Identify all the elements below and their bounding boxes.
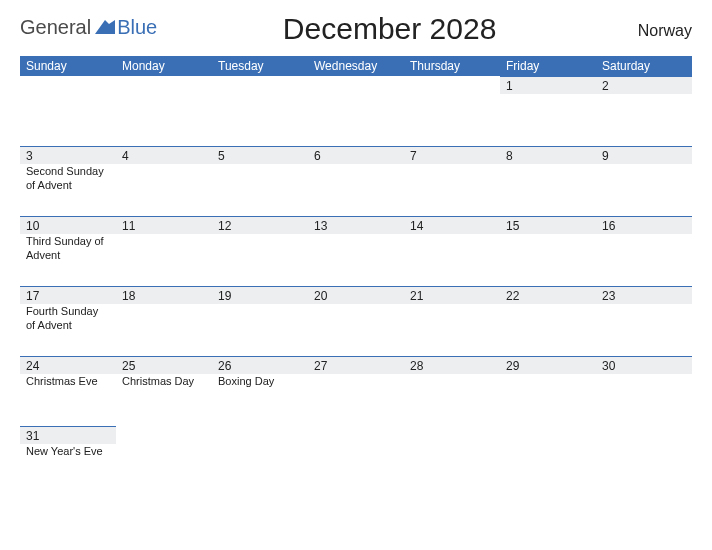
date-number	[404, 426, 500, 444]
day-cell	[308, 76, 404, 146]
weeks-container: 123Second Sunday of Advent45678910Third …	[20, 76, 692, 496]
date-number: 15	[500, 216, 596, 234]
day-header: Wednesday	[308, 56, 404, 76]
event-label: Boxing Day	[212, 374, 308, 390]
header: General Blue December 2028 Norway	[20, 12, 692, 46]
day-cell: 3Second Sunday of Advent	[20, 146, 116, 216]
date-number: 8	[500, 146, 596, 164]
week-row: 17Fourth Sunday of Advent181920212223	[20, 286, 692, 356]
date-number: 17	[20, 286, 116, 304]
day-cell	[500, 426, 596, 496]
date-number: 28	[404, 356, 500, 374]
event-label: Christmas Day	[116, 374, 212, 390]
date-number	[212, 426, 308, 444]
day-header: Sunday	[20, 56, 116, 76]
date-number: 9	[596, 146, 692, 164]
date-number	[116, 426, 212, 444]
date-number: 12	[212, 216, 308, 234]
date-number: 20	[308, 286, 404, 304]
day-cell: 10Third Sunday of Advent	[20, 216, 116, 286]
day-header: Monday	[116, 56, 212, 76]
day-cell	[404, 426, 500, 496]
event-label: Third Sunday of Advent	[20, 234, 116, 264]
date-number: 19	[212, 286, 308, 304]
date-number: 14	[404, 216, 500, 234]
day-cell: 4	[116, 146, 212, 216]
day-cell: 17Fourth Sunday of Advent	[20, 286, 116, 356]
day-cell: 11	[116, 216, 212, 286]
date-number: 6	[308, 146, 404, 164]
date-number: 4	[116, 146, 212, 164]
day-cell: 2	[596, 76, 692, 146]
date-number	[308, 76, 404, 94]
day-cell	[116, 426, 212, 496]
day-cell: 8	[500, 146, 596, 216]
date-number: 5	[212, 146, 308, 164]
day-cell: 29	[500, 356, 596, 426]
day-cell: 21	[404, 286, 500, 356]
day-cell: 15	[500, 216, 596, 286]
day-cell	[308, 426, 404, 496]
date-number: 29	[500, 356, 596, 374]
page-title: December 2028	[157, 12, 622, 46]
date-number	[20, 76, 116, 94]
day-cell: 16	[596, 216, 692, 286]
date-number	[116, 76, 212, 94]
day-cell: 14	[404, 216, 500, 286]
day-cell: 30	[596, 356, 692, 426]
day-header: Thursday	[404, 56, 500, 76]
date-number: 23	[596, 286, 692, 304]
day-cell: 1	[500, 76, 596, 146]
day-cell: 18	[116, 286, 212, 356]
event-label: Fourth Sunday of Advent	[20, 304, 116, 334]
event-label: Christmas Eve	[20, 374, 116, 390]
day-cell: 23	[596, 286, 692, 356]
day-cell: 5	[212, 146, 308, 216]
day-cell	[212, 76, 308, 146]
day-cell	[596, 426, 692, 496]
country-label: Norway	[622, 12, 692, 40]
date-number: 16	[596, 216, 692, 234]
day-cell: 13	[308, 216, 404, 286]
week-row: 3Second Sunday of Advent456789	[20, 146, 692, 216]
event-label: Second Sunday of Advent	[20, 164, 116, 194]
date-number: 10	[20, 216, 116, 234]
week-row: 10Third Sunday of Advent111213141516	[20, 216, 692, 286]
day-cell: 6	[308, 146, 404, 216]
date-number: 13	[308, 216, 404, 234]
day-cell	[404, 76, 500, 146]
day-cell: 25Christmas Day	[116, 356, 212, 426]
date-number	[212, 76, 308, 94]
day-cell: 27	[308, 356, 404, 426]
day-cell: 24Christmas Eve	[20, 356, 116, 426]
day-cell: 9	[596, 146, 692, 216]
date-number: 11	[116, 216, 212, 234]
date-number: 24	[20, 356, 116, 374]
date-number: 27	[308, 356, 404, 374]
date-number	[404, 76, 500, 94]
day-cell	[20, 76, 116, 146]
date-number: 31	[20, 426, 116, 444]
date-number: 3	[20, 146, 116, 164]
date-number: 21	[404, 286, 500, 304]
date-number	[596, 426, 692, 444]
calendar: Sunday Monday Tuesday Wednesday Thursday…	[20, 56, 692, 496]
brand-swoosh-icon	[95, 20, 115, 36]
day-cell: 31New Year's Eve	[20, 426, 116, 496]
date-number: 26	[212, 356, 308, 374]
date-number: 25	[116, 356, 212, 374]
day-cell: 20	[308, 286, 404, 356]
day-cell: 22	[500, 286, 596, 356]
day-cell	[116, 76, 212, 146]
date-number	[500, 426, 596, 444]
week-row: 12	[20, 76, 692, 146]
date-number: 30	[596, 356, 692, 374]
date-number: 7	[404, 146, 500, 164]
brand-logo: General Blue	[20, 12, 157, 39]
date-number: 18	[116, 286, 212, 304]
day-cell: 12	[212, 216, 308, 286]
day-header: Tuesday	[212, 56, 308, 76]
day-header-row: Sunday Monday Tuesday Wednesday Thursday…	[20, 56, 692, 76]
day-cell: 28	[404, 356, 500, 426]
week-row: 31New Year's Eve	[20, 426, 692, 496]
